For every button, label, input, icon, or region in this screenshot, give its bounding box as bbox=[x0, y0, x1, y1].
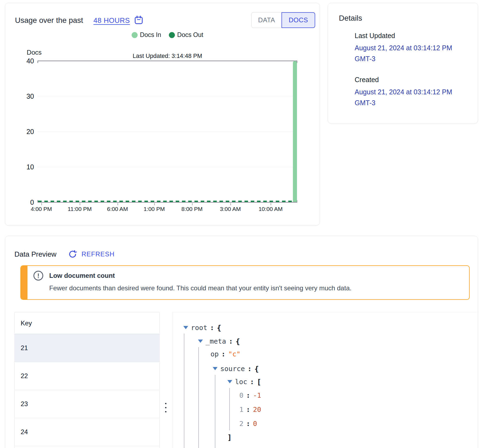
key-table: Key 21 22 23 24 25 bbox=[14, 312, 160, 448]
json-line: schema : "public" bbox=[233, 445, 300, 448]
y-axis-name: Docs bbox=[5, 49, 42, 56]
y-tick: 20 bbox=[7, 128, 34, 136]
x-tick: 11:00 PM bbox=[68, 206, 92, 212]
json-line: _meta : { bbox=[198, 334, 240, 348]
docs-out-series-line bbox=[38, 201, 297, 202]
x-tick: 3:00 AM bbox=[220, 206, 241, 212]
collapse-arrow-icon[interactable] bbox=[227, 380, 232, 383]
collapse-arrow-icon[interactable] bbox=[198, 340, 203, 343]
details-card: Details Last Updated August 21, 2024 at … bbox=[328, 3, 478, 124]
data-preview-card: Data Preview REFRESH ! Low document coun… bbox=[5, 236, 478, 448]
x-tickmark bbox=[154, 203, 155, 205]
indent-guide bbox=[215, 375, 215, 448]
gridline-10 bbox=[38, 167, 297, 167]
refresh-button[interactable]: REFRESH bbox=[68, 250, 115, 259]
table-row[interactable]: 23 bbox=[15, 390, 159, 418]
detail-created: Created August 21, 2024 at 03:14:12 PM G… bbox=[355, 76, 463, 108]
table-row[interactable]: 24 bbox=[15, 418, 159, 446]
warning-title: Low document count bbox=[49, 272, 115, 279]
y-tick: 10 bbox=[7, 163, 34, 171]
gridline-20 bbox=[38, 132, 297, 132]
refresh-label: REFRESH bbox=[82, 250, 115, 258]
x-tick: 6:00 AM bbox=[107, 206, 128, 212]
json-line: root : { bbox=[183, 321, 221, 334]
json-line: op : "c" bbox=[210, 347, 240, 361]
legend-docs-in: Docs In bbox=[132, 31, 161, 39]
detail-label: Created bbox=[355, 76, 463, 84]
json-line: 2 : 0 bbox=[239, 417, 257, 430]
json-tree-panel: root : { _meta : { op : "c" source : { l… bbox=[172, 312, 477, 448]
json-line: 0 : -1 bbox=[239, 388, 261, 402]
usage-bar-chart bbox=[38, 61, 297, 203]
x-tickmark bbox=[192, 203, 193, 205]
axis-cap bbox=[38, 61, 38, 63]
json-line: loc : [ bbox=[227, 375, 261, 388]
warning-accent-bar bbox=[21, 266, 27, 299]
chart-top-axis bbox=[38, 61, 297, 61]
tab-docs[interactable]: DOCS bbox=[281, 12, 315, 28]
x-tick: 4:00 PM bbox=[31, 206, 52, 212]
usage-header: Usage over the past 48 HOURS bbox=[15, 15, 144, 26]
refresh-icon bbox=[68, 250, 77, 259]
table-row[interactable]: 21 bbox=[15, 334, 159, 362]
collapse-arrow-icon[interactable] bbox=[213, 367, 218, 370]
detail-value: August 21, 2024 at 03:14:12 PM GMT-3 bbox=[355, 86, 458, 108]
usage-card: Usage over the past 48 HOURS DATA DOCS D… bbox=[5, 3, 320, 226]
docs-in-spike-bar[interactable] bbox=[293, 61, 297, 202]
y-tick: 30 bbox=[7, 92, 34, 100]
details-title: Details bbox=[339, 14, 362, 23]
docs-in-dot-icon bbox=[132, 32, 138, 38]
x-tick: 10:00 AM bbox=[259, 206, 283, 212]
x-tick: 1:00 PM bbox=[144, 206, 165, 212]
low-document-count-warning: ! Low document count Fewer documents tha… bbox=[20, 265, 470, 300]
json-line: 1 : 20 bbox=[239, 403, 261, 416]
json-line: ] bbox=[227, 430, 232, 444]
warning-icon: ! bbox=[33, 271, 43, 281]
data-docs-toggle: DATA DOCS bbox=[251, 12, 315, 28]
legend-docs-out: Docs Out bbox=[169, 31, 203, 39]
gridline-30 bbox=[38, 96, 297, 96]
panel-resize-handle[interactable] bbox=[165, 403, 167, 415]
x-tickmark bbox=[80, 203, 80, 205]
chart-legend: Docs In Docs Out bbox=[38, 31, 297, 39]
y-tick: 40 bbox=[7, 57, 34, 65]
x-tickmark bbox=[41, 203, 42, 205]
x-tickmark bbox=[271, 203, 271, 205]
json-line: source : { bbox=[213, 362, 259, 375]
detail-label: Last Updated bbox=[355, 32, 463, 40]
docs-out-dot-icon bbox=[169, 32, 175, 38]
preview-title: Data Preview bbox=[14, 250, 57, 259]
chart-title: Last Updated: 3:14:48 PM bbox=[38, 52, 297, 60]
indent-guide bbox=[198, 347, 199, 448]
calendar-icon[interactable] bbox=[134, 15, 144, 26]
chart-baseline bbox=[38, 202, 297, 203]
y-tick: 0 bbox=[7, 198, 34, 206]
detail-last-updated: Last Updated August 21, 2024 at 03:14:12… bbox=[355, 32, 463, 64]
table-row[interactable]: 25 bbox=[15, 446, 159, 448]
x-tickmark bbox=[230, 203, 231, 205]
usage-title: Usage over the past bbox=[15, 16, 83, 25]
detail-value: August 21, 2024 at 03:14:12 PM GMT-3 bbox=[355, 42, 458, 64]
warning-body: Fewer documents than desired were found.… bbox=[49, 284, 351, 292]
indent-guide bbox=[184, 334, 184, 448]
tab-data[interactable]: DATA bbox=[251, 12, 281, 28]
key-column-header: Key bbox=[15, 312, 159, 334]
table-row[interactable]: 22 bbox=[15, 362, 159, 390]
x-tick: 8:00 PM bbox=[181, 206, 203, 212]
x-tickmark bbox=[117, 203, 118, 205]
indent-guide bbox=[229, 388, 230, 430]
time-range-link[interactable]: 48 HOURS bbox=[94, 16, 130, 25]
collapse-arrow-icon[interactable] bbox=[183, 326, 188, 329]
